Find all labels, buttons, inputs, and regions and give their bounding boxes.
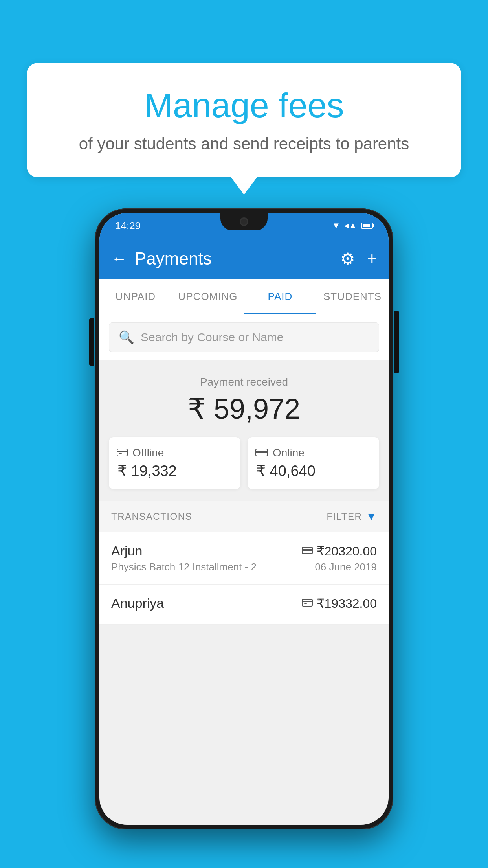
payment-cards: Offline ₹ 19,332 Online ₹ 40,640: [109, 437, 379, 489]
transaction-row-top: Arjun ₹20320.00: [111, 543, 377, 559]
online-label: Online: [273, 447, 305, 459]
phone-notch: [220, 213, 268, 230]
app-bar-left: ← Payments: [111, 249, 212, 268]
speech-bubble: Manage fees of your students and send re…: [27, 63, 461, 177]
svg-rect-0: [117, 449, 127, 456]
online-payment-card: Online ₹ 40,640: [248, 437, 379, 489]
app-bar-title: Payments: [135, 249, 212, 268]
transaction-amount-1: ₹20320.00: [317, 544, 377, 559]
transaction-item-anupriya[interactable]: Anupriya ₹19332.00: [99, 585, 389, 625]
transaction-type-icon-2: [302, 597, 313, 609]
wifi-icon: ▼: [332, 221, 340, 231]
search-section: 🔍 Search by Course or Name: [99, 314, 389, 360]
phone-inner: 14:29 ▼ ◂▲ ← Payments: [99, 213, 389, 825]
app-bar-actions: ⚙ +: [340, 249, 377, 268]
offline-payment-card: Offline ₹ 19,332: [109, 437, 240, 489]
transaction-detail-row-1: Physics Batch 12 Installment - 2 06 June…: [111, 561, 377, 573]
settings-button[interactable]: ⚙: [340, 249, 355, 268]
online-icon: [255, 447, 268, 459]
online-amount: ₹ 40,640: [255, 462, 371, 480]
transaction-date-1: 06 June 2019: [315, 561, 377, 573]
svg-rect-7: [302, 599, 312, 606]
transactions-label: TRANSACTIONS: [111, 511, 192, 522]
filter-icon: ▼: [366, 510, 377, 523]
status-icons: ▼ ◂▲: [332, 221, 373, 231]
svg-rect-4: [256, 451, 268, 453]
svg-rect-6: [302, 549, 312, 551]
payment-total-amount: ₹ 59,972: [109, 392, 379, 425]
offline-icon: [117, 447, 128, 459]
transaction-amount-2: ₹19332.00: [317, 596, 377, 611]
payment-received-label: Payment received: [109, 376, 379, 388]
bubble-title: Manage fees: [50, 86, 438, 125]
back-button[interactable]: ←: [111, 250, 127, 268]
summary-section: Payment received ₹ 59,972 Offline ₹ 19,3…: [99, 360, 389, 501]
tab-upcoming[interactable]: UPCOMING: [172, 279, 244, 314]
filter-label: FILTER: [327, 511, 362, 522]
transaction-course-1: Physics Batch 12 Installment - 2: [111, 561, 257, 573]
search-icon: 🔍: [119, 330, 134, 345]
bubble-subtitle: of your students and send receipts to pa…: [50, 132, 438, 156]
transaction-item-arjun[interactable]: Arjun ₹20320.00 Physics Batch 12 Install…: [99, 532, 389, 585]
offline-amount: ₹ 19,332: [117, 462, 233, 480]
status-time: 14:29: [115, 220, 141, 232]
transaction-name-1: Arjun: [111, 543, 142, 559]
transaction-row-top-2: Anupriya ₹19332.00: [111, 596, 377, 611]
offline-label: Offline: [132, 447, 164, 459]
signal-icon: ◂▲: [344, 221, 357, 231]
transaction-name-2: Anupriya: [111, 596, 164, 611]
tab-paid[interactable]: PAID: [244, 279, 316, 314]
speech-bubble-section: Manage fees of your students and send re…: [27, 63, 461, 177]
tab-students[interactable]: STUDENTS: [316, 279, 389, 314]
online-card-header: Online: [255, 447, 371, 459]
camera: [240, 217, 248, 226]
transaction-type-icon-1: [302, 545, 313, 557]
phone-mockup: 14:29 ▼ ◂▲ ← Payments: [95, 208, 393, 829]
transaction-amount-container-1: ₹20320.00: [302, 544, 377, 559]
search-bar[interactable]: 🔍 Search by Course or Name: [109, 322, 379, 352]
offline-card-header: Offline: [117, 447, 233, 459]
app-bar: ← Payments ⚙ +: [99, 238, 389, 279]
add-button[interactable]: +: [367, 249, 377, 268]
filter-container[interactable]: FILTER ▼: [327, 510, 377, 523]
battery-icon: [361, 223, 373, 229]
tabs: UNPAID UPCOMING PAID STUDENTS: [99, 279, 389, 314]
transaction-amount-container-2: ₹19332.00: [302, 596, 377, 611]
transactions-header: TRANSACTIONS FILTER ▼: [99, 501, 389, 532]
phone-outer: 14:29 ▼ ◂▲ ← Payments: [95, 208, 393, 829]
search-input[interactable]: Search by Course or Name: [141, 331, 284, 344]
tab-unpaid[interactable]: UNPAID: [99, 279, 172, 314]
